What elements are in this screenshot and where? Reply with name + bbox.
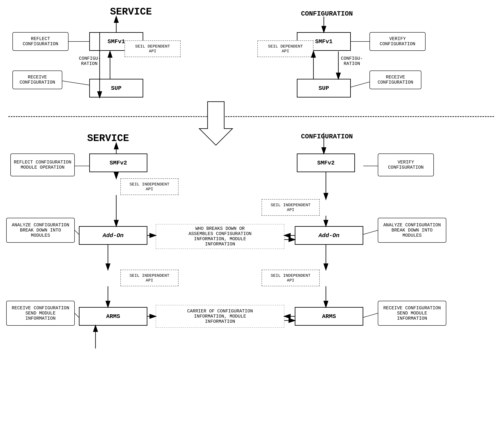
top-left-sup-box: SUP [89,79,143,98]
bottom-left-receive-callout: RECEIVE CONFIGURATION SEND MODULE INFORM… [6,301,75,326]
top-right-receive-callout: RECEIVE CONFIGURATION [370,70,421,89]
bottom-left-analyze-callout: ANALYZE CONFIGURATION BREAK DOWN INTO MO… [6,218,75,243]
bottom-right-verify-callout: VERIFY CONFIGURATION [378,154,434,176]
top-left-seil-dep-api: SEIL DEPENDENT API [125,40,181,57]
bottom-left-service-label: SERVICE [87,133,129,144]
bottom-left-addon-box: Add-On [79,226,147,245]
svg-line-8 [62,81,89,85]
svg-line-33 [75,230,79,234]
bottom-right-seil-ind-api-top: SEIL INDEPENDENT API [262,199,320,216]
top-right-config-label: CONFIGURATION [301,10,353,18]
bottom-center-carrier-label: CARRIER OF CONFIGURATION INFORMATION, MO… [156,305,284,328]
bottom-right-receive-callout: RECEIVE CONFIGURATION SEND MODULE INFORM… [378,301,446,326]
bottom-left-seil-ind-api-bot: SEIL INDEPENDENT API [120,270,179,286]
svg-marker-14 [199,102,232,145]
arrows-overlay [0,0,504,424]
bottom-right-config-label: CONFIGURATION [301,133,353,140]
top-right-seil-dep-api: SEIL DEPENDENT API [257,40,313,57]
bottom-left-reflect-callout: REFLECT CONFIGURATION MODULE OPERATION [10,154,75,176]
svg-line-34 [75,313,79,317]
main-diagram: SERVICE CONFIGURATION SMFv1 SUP SEIL DEP… [0,0,504,424]
svg-line-36 [363,230,378,234]
top-left-reflect-callout: REFLECT CONFIGURATION [13,32,69,51]
bottom-left-smfv2-box: SMFv2 [89,154,147,172]
separator-line [8,116,494,117]
top-right-sup-box: SUP [297,79,351,98]
top-right-configuration-arrow-label: CONFIGU-RATION [340,56,363,66]
bottom-left-seil-ind-api-top: SEIL INDEPENDENT API [120,178,179,195]
bottom-right-seil-ind-api-bot: SEIL INDEPENDENT API [262,270,320,286]
bottom-left-arms-box: ARMS [79,307,147,326]
svg-line-13 [351,82,370,87]
bottom-right-arms-box: ARMS [295,307,363,326]
bottom-right-addon-box: Add-On [295,226,363,245]
bottom-right-smfv2-box: SMFv2 [297,154,355,172]
svg-line-37 [363,313,378,317]
top-left-configuration-arrow-label: CONFIGU-RATION [79,56,100,66]
top-left-receive-callout: RECEIVE CONFIGURATION [13,70,62,89]
top-right-verify-callout: VERIFY CONFIGURATION [370,32,426,51]
bottom-center-who-breaks-label: WHO BREAKS DOWN OR ASSEMBLES CONFIGURATI… [156,224,284,249]
bottom-right-analyze-callout: ANALYZE CONFIGURATION BREAK DOWN INTO MO… [378,218,446,243]
top-left-service-label: SERVICE [110,6,152,17]
